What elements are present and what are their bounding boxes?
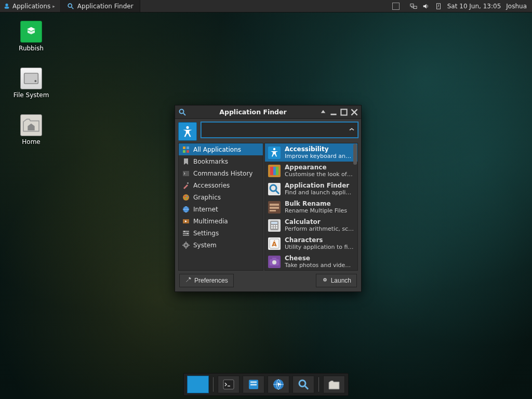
svg-rect-7 — [24, 73, 38, 84]
svg-rect-51 — [276, 225, 277, 227]
category-settings[interactable]: Settings — [179, 227, 263, 239]
trash-icon — [20, 21, 42, 43]
category-internet[interactable]: Internet — [179, 203, 263, 215]
separator — [213, 377, 214, 392]
category-commands-history[interactable]: Commands History — [179, 167, 263, 179]
svg-rect-70 — [250, 384, 257, 385]
svg-point-22 — [187, 195, 188, 197]
category-label: System — [193, 242, 217, 249]
dock — [183, 373, 349, 396]
svg-rect-29 — [183, 235, 189, 236]
app-item-appearance[interactable]: AppearanceCustomise the look of… — [265, 162, 357, 180]
app-item-accessibility[interactable]: AccessibilityImprove keyboard and… — [265, 143, 357, 162]
svg-rect-14 — [183, 147, 185, 149]
category-multimedia[interactable]: Multimedia — [179, 215, 263, 227]
application-list: AccessibilityImprove keyboard and… Appea… — [264, 143, 358, 271]
app-item-bulk-rename[interactable]: Bulk RenameRename Multiple Files — [265, 198, 357, 216]
svg-point-30 — [184, 231, 185, 232]
category-graphics[interactable]: Graphics — [179, 191, 263, 203]
category-bookmarks[interactable]: Bookmarks — [179, 155, 263, 167]
launch-button[interactable]: Launch — [316, 274, 357, 287]
applications-menu-button[interactable]: Applications ▸ — [0, 0, 61, 12]
clock[interactable]: Sat 10 Jun, 13:05 — [447, 3, 501, 10]
calculator-icon — [268, 219, 281, 232]
desktop-icon-home[interactable]: Home — [10, 114, 52, 145]
power-icon[interactable] — [435, 3, 442, 10]
svg-rect-59 — [272, 258, 276, 260]
app-name: Calculator — [285, 218, 354, 225]
svg-point-21 — [184, 195, 186, 197]
desktop-icons: Rubbish File System Home — [10, 21, 52, 145]
desktop-icon-filesystem[interactable]: File System — [10, 68, 52, 99]
svg-rect-17 — [187, 150, 189, 153]
app-item-cheese[interactable]: CheeseTake photos and video… — [265, 252, 357, 270]
user-label[interactable]: Joshua — [506, 3, 527, 10]
category-accessories[interactable]: Accessories — [179, 179, 263, 191]
dock-home-folder[interactable] — [323, 376, 345, 393]
svg-point-1 — [5, 6, 9, 8]
svg-line-10 — [183, 113, 185, 115]
volume-icon[interactable] — [422, 3, 430, 10]
app-item-calculator[interactable]: CalculatorPerform arithmetic, sc… — [265, 216, 357, 234]
titlebar[interactable]: Application Finder — [175, 105, 361, 119]
magnifier-icon — [67, 3, 74, 10]
accessibility-icon — [178, 122, 197, 141]
svg-rect-18 — [183, 171, 189, 176]
close-button[interactable] — [351, 109, 358, 116]
category-system[interactable]: System — [179, 239, 263, 251]
svg-rect-52 — [271, 227, 273, 229]
dock-terminal[interactable] — [218, 376, 240, 393]
desktop-icon-rubbish[interactable]: Rubbish — [10, 21, 52, 52]
svg-rect-49 — [271, 225, 273, 227]
desktop-icon-label: File System — [14, 91, 49, 99]
svg-rect-65 — [192, 379, 204, 390]
category-list: All Applications Bookmarks Commands Hist… — [178, 143, 263, 271]
svg-rect-69 — [250, 381, 257, 383]
svg-point-31 — [187, 233, 189, 234]
dock-file-manager[interactable] — [243, 376, 264, 393]
search-input[interactable] — [201, 122, 358, 138]
dock-app-finder[interactable] — [292, 376, 314, 393]
taskbar-item-application-finder[interactable]: Application Finder — [61, 0, 140, 12]
category-all-applications[interactable]: All Applications — [179, 143, 263, 155]
svg-point-9 — [180, 109, 184, 113]
preferences-button[interactable]: Preferences — [179, 274, 234, 287]
shade-button[interactable] — [320, 109, 327, 116]
svg-rect-50 — [274, 225, 275, 227]
maximize-button[interactable] — [340, 109, 348, 116]
app-item-characters[interactable]: Á CharactersUtility application to fi… — [265, 234, 357, 252]
svg-rect-41 — [276, 167, 278, 175]
svg-rect-11 — [330, 113, 336, 115]
app-desc: Perform arithmetic, sc… — [285, 225, 354, 232]
workspace-switcher[interactable] — [392, 3, 400, 10]
app-item-application-finder[interactable]: Application FinderFind and launch applic… — [265, 180, 357, 198]
taskbar-item-label: Application Finder — [77, 3, 134, 10]
scrollbar[interactable] — [353, 144, 357, 165]
app-desc: Utility application to fi… — [285, 244, 354, 250]
svg-point-38 — [273, 148, 275, 150]
magnifier-icon — [268, 183, 281, 195]
svg-line-43 — [276, 191, 279, 194]
dock-web-browser[interactable] — [268, 376, 289, 393]
system-tray — [387, 0, 405, 12]
indicator-area: Sat 10 Jun, 13:05 Joshua — [405, 0, 532, 12]
svg-rect-19 — [187, 182, 189, 184]
svg-point-33 — [185, 244, 187, 246]
svg-point-8 — [34, 80, 36, 82]
settings-icon — [182, 229, 190, 237]
svg-rect-40 — [273, 167, 276, 175]
xfce-logo-icon — [3, 3, 10, 10]
separator — [318, 377, 319, 392]
desktop-icon-label: Rubbish — [19, 45, 44, 52]
minimize-button[interactable] — [330, 109, 337, 116]
svg-rect-15 — [187, 147, 189, 149]
svg-point-2 — [68, 4, 72, 7]
category-label: All Applications — [193, 146, 241, 153]
dock-show-desktop[interactable] — [187, 376, 209, 393]
svg-rect-54 — [276, 227, 277, 229]
magnifier-icon — [178, 108, 187, 116]
multimedia-icon — [182, 217, 190, 225]
svg-rect-5 — [414, 6, 417, 8]
network-icon[interactable] — [410, 3, 417, 10]
category-label: Accessories — [193, 182, 230, 189]
